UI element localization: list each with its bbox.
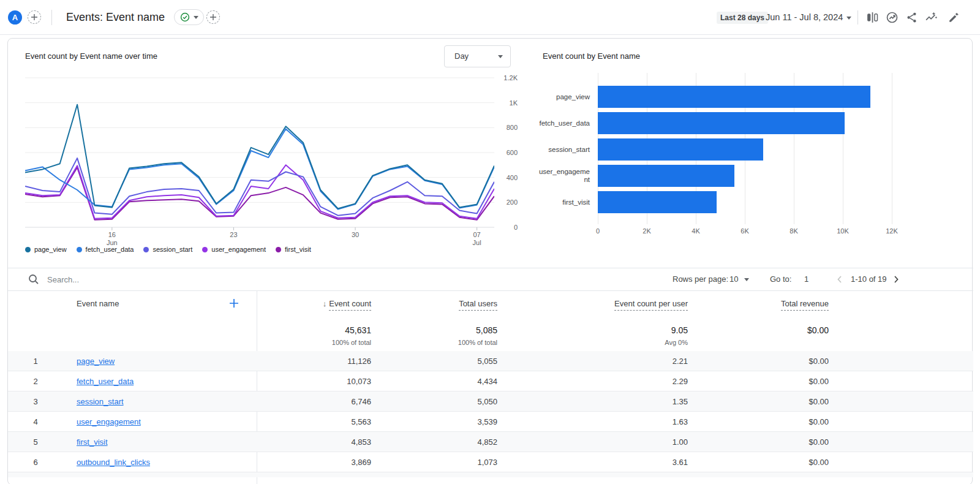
- totals-total-users: 5,085: [406, 325, 497, 335]
- cell-value: $0.00: [731, 412, 829, 432]
- cell-value: 4,434: [406, 371, 497, 391]
- cell-value: 4,853: [271, 432, 371, 452]
- event-name-link[interactable]: fetch_user_data: [77, 371, 134, 391]
- date-range-selector[interactable]: Jun 11 - Jul 8, 2024: [766, 0, 843, 35]
- line-chart-svg: [25, 73, 494, 231]
- legend-item-page_view[interactable]: page_view: [25, 246, 67, 253]
- cell-value: $0.00: [731, 371, 829, 391]
- date-preset-badge: Last 28 days: [717, 12, 768, 24]
- line-chart: [25, 73, 494, 231]
- table-row: 4user_engagement5,5633,5391.63$0.00: [8, 412, 973, 432]
- bar-chart: [598, 73, 892, 224]
- row-number: 5: [25, 432, 46, 452]
- header-divider: [858, 10, 858, 25]
- bar-category-label: user_engagement: [538, 165, 590, 187]
- totals-event-count-per-user: 9.05: [590, 325, 688, 335]
- page-title: Events: Event name: [66, 0, 165, 35]
- plus-icon: [209, 13, 217, 21]
- share-icon[interactable]: [905, 11, 918, 24]
- event-name-link[interactable]: page_view: [77, 351, 115, 371]
- cell-value: 3.61: [590, 452, 688, 472]
- y-tick-label: 1K: [499, 99, 518, 107]
- series-session_start: [25, 158, 494, 216]
- series-fetch_user_data: [25, 129, 494, 209]
- cell-value: 2.21: [590, 351, 688, 371]
- bar-page_view[interactable]: [598, 86, 870, 108]
- table-row: 1page_view11,1265,0552.21$0.00: [8, 351, 973, 371]
- cell-value: 5,050: [406, 391, 497, 412]
- event-name-link[interactable]: first_visit: [77, 432, 108, 452]
- chevron-down-icon: [744, 278, 749, 281]
- add-report-button[interactable]: [28, 10, 41, 24]
- insights-circle-icon[interactable]: [886, 11, 899, 24]
- row-number: 1: [25, 351, 46, 371]
- y-tick-label: 800: [499, 124, 518, 131]
- cell-value: 2.29: [590, 371, 688, 391]
- event-name-link[interactable]: user_engagement: [77, 412, 141, 432]
- granularity-select[interactable]: Day: [444, 45, 511, 67]
- line-chart-legend: page_viewfetch_user_datasession_startuse…: [25, 246, 311, 253]
- chevron-down-icon: [194, 16, 198, 19]
- chevron-down-icon: [498, 55, 503, 58]
- search-icon: [28, 273, 40, 285]
- table-row: 6outbound_link_clicks3,8691,0733.61$0.00: [8, 452, 973, 472]
- add-metric-button[interactable]: [206, 10, 220, 24]
- column-header-label: Event count: [329, 299, 371, 311]
- search-input[interactable]: [47, 270, 304, 289]
- legend-dot: [143, 247, 149, 252]
- cell-value: 5,055: [406, 351, 497, 371]
- event-name-link[interactable]: session_start: [77, 391, 124, 412]
- totals-event-count-sub: 100% of total: [271, 339, 371, 346]
- divider: [8, 268, 973, 268]
- series-page_view: [25, 105, 494, 209]
- row-number: 2: [25, 371, 46, 391]
- row-number: 4: [25, 412, 46, 432]
- column-header-event-count[interactable]: ↓Event count: [271, 290, 371, 317]
- edit-icon[interactable]: [948, 11, 960, 24]
- sparkle-insights-icon[interactable]: [925, 11, 938, 24]
- bar-chart-title: Event count by Event name: [543, 51, 640, 61]
- legend-item-fetch_user_data[interactable]: fetch_user_data: [77, 246, 134, 253]
- line-chart-title: Event count by Event name over time: [25, 51, 157, 61]
- data-quality-pill[interactable]: [174, 9, 204, 25]
- cell-value: 10,073: [271, 371, 371, 391]
- chevron-right-icon[interactable]: [891, 274, 901, 284]
- add-dimension-icon[interactable]: [228, 298, 239, 309]
- totals-event-count: 45,631: [271, 325, 371, 335]
- column-header-total-users[interactable]: Total users: [406, 290, 497, 317]
- app-bar: A Events: Event name Last 28 days Jun 11…: [0, 0, 980, 35]
- x-tick-label: 23: [218, 231, 249, 239]
- comparison-icon[interactable]: [866, 11, 879, 24]
- cell-value: $0.00: [731, 452, 829, 472]
- column-header-label: Total revenue: [781, 299, 829, 311]
- rows-per-page-select[interactable]: 10: [729, 268, 738, 290]
- y-tick-label: 400: [499, 174, 518, 181]
- bar-session_start[interactable]: [598, 138, 763, 161]
- bar-x-tick-label: 8K: [780, 227, 807, 235]
- table-row: 3session_start6,7465,0501.35$0.00: [8, 391, 973, 412]
- legend-item-first_visit[interactable]: first_visit: [276, 246, 311, 253]
- cell-value: $0.00: [731, 391, 829, 412]
- legend-label: page_view: [34, 246, 67, 253]
- legend-item-user_engagement[interactable]: user_engagement: [202, 246, 266, 253]
- bar-category-label: page_view: [538, 86, 590, 108]
- goto-page-input[interactable]: 1: [804, 268, 809, 290]
- column-header-total-revenue[interactable]: Total revenue: [731, 290, 829, 317]
- event-name-link[interactable]: outbound_link_clicks: [77, 452, 150, 472]
- legend-dot: [276, 247, 281, 252]
- y-tick-label: 0: [499, 224, 518, 231]
- chevron-left-icon[interactable]: [835, 274, 845, 284]
- column-header-event-count-per-user[interactable]: Event count per user: [590, 290, 688, 317]
- legend-label: session_start: [153, 246, 192, 253]
- bar-fetch_user_data[interactable]: [598, 112, 845, 134]
- bar-user_engagement[interactable]: [598, 165, 734, 187]
- cell-value: 1.63: [590, 412, 688, 432]
- legend-item-session_start[interactable]: session_start: [143, 246, 192, 253]
- totals-total-users-sub: 100% of total: [406, 339, 497, 346]
- cell-value: 11,126: [271, 351, 371, 371]
- column-header-event-name[interactable]: Event name: [77, 290, 119, 317]
- avatar[interactable]: A: [8, 10, 22, 25]
- bar-first_visit[interactable]: [598, 191, 717, 213]
- bar-x-tick-label: 0: [584, 227, 611, 235]
- legend-dot: [202, 247, 208, 252]
